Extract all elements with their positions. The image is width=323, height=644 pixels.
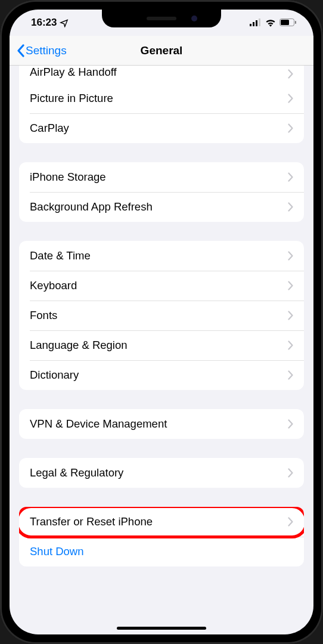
- mute-switch: [0, 107, 1, 131]
- chevron-right-icon: [288, 340, 293, 350]
- row-label: CarPlay: [30, 122, 69, 135]
- row-label: Picture in Picture: [30, 92, 113, 105]
- volume-up-button: [0, 146, 1, 188]
- row-label: Date & Time: [30, 249, 91, 262]
- row-label: Keyboard: [30, 279, 77, 292]
- speaker: [147, 17, 176, 20]
- row-label: AirPlay & Handoff: [30, 66, 117, 79]
- status-left: 16:23: [31, 17, 69, 29]
- settings-row-language-region[interactable]: Language & Region: [19, 330, 304, 360]
- row-label: iPhone Storage: [30, 171, 106, 184]
- chevron-right-icon: [288, 370, 293, 380]
- chevron-right-icon: [288, 281, 293, 290]
- chevron-right-icon: [288, 251, 293, 261]
- home-indicator[interactable]: [117, 627, 206, 630]
- svg-rect-6: [295, 21, 296, 24]
- chevron-right-icon: [288, 517, 293, 527]
- chevron-right-icon: [288, 311, 293, 320]
- settings-section: Date & TimeKeyboardFontsLanguage & Regio…: [19, 241, 304, 390]
- row-label: Language & Region: [30, 339, 128, 352]
- settings-row-shut-down[interactable]: Shut Down: [19, 537, 304, 566]
- settings-section: Legal & Regulatory: [19, 458, 304, 488]
- back-button[interactable]: Settings: [17, 44, 67, 57]
- back-label: Settings: [26, 44, 67, 57]
- nav-bar: Settings General: [10, 36, 313, 66]
- settings-row-transfer-or-reset-iphone[interactable]: Transfer or Reset iPhone: [19, 507, 304, 537]
- status-right: [250, 18, 297, 27]
- row-label: Fonts: [30, 309, 57, 322]
- settings-row-legal-regulatory[interactable]: Legal & Regulatory: [19, 458, 304, 488]
- settings-row-dictionary[interactable]: Dictionary: [19, 360, 304, 390]
- row-label: Legal & Regulatory: [30, 466, 123, 479]
- location-arrow-icon: [60, 18, 69, 27]
- phone-frame: 16:23 Se: [0, 0, 323, 644]
- volume-down-button: [0, 197, 1, 239]
- front-camera: [191, 16, 197, 21]
- wifi-icon: [265, 18, 276, 27]
- svg-rect-0: [250, 24, 251, 26]
- svg-rect-1: [253, 22, 254, 26]
- row-label: VPN & Device Management: [30, 417, 167, 431]
- chevron-right-icon: [288, 419, 293, 429]
- settings-row-carplay[interactable]: CarPlay: [19, 113, 304, 143]
- cellular-signal-icon: [250, 18, 262, 27]
- svg-rect-3: [259, 18, 260, 26]
- chevron-right-icon: [288, 69, 293, 79]
- svg-rect-5: [281, 20, 289, 25]
- status-time: 16:23: [31, 17, 57, 29]
- row-label: Dictionary: [30, 369, 79, 382]
- settings-row-keyboard[interactable]: Keyboard: [19, 271, 304, 301]
- chevron-right-icon: [288, 123, 293, 133]
- settings-row-airplay-handoff[interactable]: AirPlay & Handoff: [19, 66, 304, 83]
- row-label: Shut Down: [30, 545, 84, 558]
- chevron-left-icon: [17, 44, 24, 57]
- chevron-right-icon: [288, 94, 293, 103]
- settings-row-picture-in-picture[interactable]: Picture in Picture: [19, 83, 304, 113]
- settings-section: Transfer or Reset iPhoneShut Down: [19, 507, 304, 566]
- settings-row-background-app-refresh[interactable]: Background App Refresh: [19, 192, 304, 222]
- svg-rect-2: [256, 20, 257, 26]
- settings-row-date-time[interactable]: Date & Time: [19, 241, 304, 271]
- settings-section: iPhone StorageBackground App Refresh: [19, 162, 304, 222]
- settings-content[interactable]: AirPlay & HandoffPicture in PictureCarPl…: [10, 66, 313, 634]
- row-label: Background App Refresh: [30, 200, 153, 213]
- battery-icon: [279, 18, 297, 27]
- page-title: General: [141, 44, 183, 57]
- settings-row-iphone-storage[interactable]: iPhone Storage: [19, 162, 304, 192]
- notch: [102, 10, 221, 27]
- settings-row-vpn-device-management[interactable]: VPN & Device Management: [19, 409, 304, 439]
- chevron-right-icon: [288, 202, 293, 212]
- settings-row-fonts[interactable]: Fonts: [19, 301, 304, 330]
- settings-section: AirPlay & HandoffPicture in PictureCarPl…: [19, 66, 304, 143]
- screen: 16:23 Se: [10, 10, 313, 634]
- settings-section: VPN & Device Management: [19, 409, 304, 439]
- row-label: Transfer or Reset iPhone: [30, 515, 153, 528]
- chevron-right-icon: [288, 172, 293, 182]
- chevron-right-icon: [288, 468, 293, 478]
